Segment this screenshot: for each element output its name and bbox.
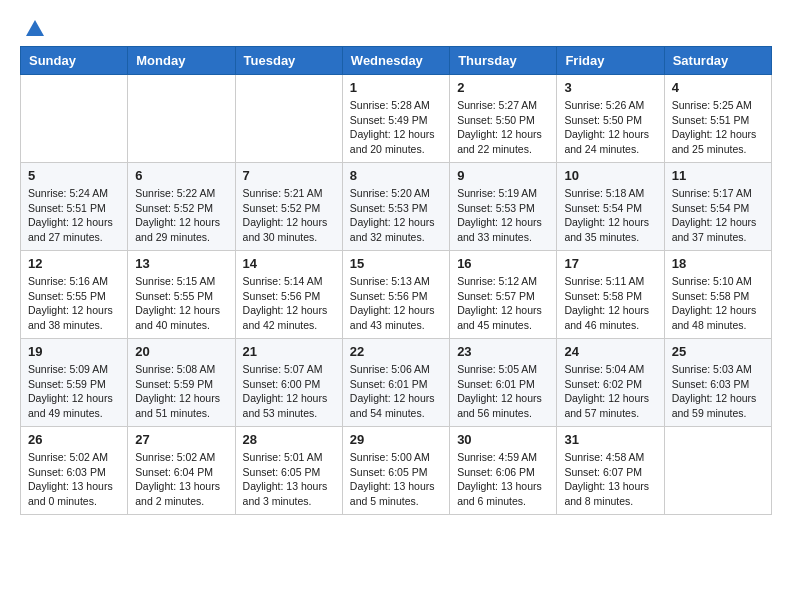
day-cell: 12Sunrise: 5:16 AM Sunset: 5:55 PM Dayli… (21, 251, 128, 339)
weekday-header-friday: Friday (557, 47, 664, 75)
day-info: Sunrise: 5:13 AM Sunset: 5:56 PM Dayligh… (350, 274, 442, 333)
page-header (20, 20, 772, 36)
day-cell: 2Sunrise: 5:27 AM Sunset: 5:50 PM Daylig… (450, 75, 557, 163)
day-info: Sunrise: 5:02 AM Sunset: 6:03 PM Dayligh… (28, 450, 120, 509)
day-info: Sunrise: 5:21 AM Sunset: 5:52 PM Dayligh… (243, 186, 335, 245)
day-number: 18 (672, 256, 764, 271)
day-number: 30 (457, 432, 549, 447)
day-number: 4 (672, 80, 764, 95)
day-cell: 10Sunrise: 5:18 AM Sunset: 5:54 PM Dayli… (557, 163, 664, 251)
day-number: 26 (28, 432, 120, 447)
day-number: 29 (350, 432, 442, 447)
day-info: Sunrise: 5:15 AM Sunset: 5:55 PM Dayligh… (135, 274, 227, 333)
weekday-header-tuesday: Tuesday (235, 47, 342, 75)
day-cell: 14Sunrise: 5:14 AM Sunset: 5:56 PM Dayli… (235, 251, 342, 339)
day-number: 31 (564, 432, 656, 447)
day-cell: 30Sunrise: 4:59 AM Sunset: 6:06 PM Dayli… (450, 427, 557, 515)
day-number: 15 (350, 256, 442, 271)
day-cell: 7Sunrise: 5:21 AM Sunset: 5:52 PM Daylig… (235, 163, 342, 251)
day-info: Sunrise: 5:09 AM Sunset: 5:59 PM Dayligh… (28, 362, 120, 421)
day-info: Sunrise: 5:20 AM Sunset: 5:53 PM Dayligh… (350, 186, 442, 245)
day-info: Sunrise: 5:18 AM Sunset: 5:54 PM Dayligh… (564, 186, 656, 245)
day-number: 11 (672, 168, 764, 183)
day-number: 3 (564, 80, 656, 95)
day-info: Sunrise: 5:06 AM Sunset: 6:01 PM Dayligh… (350, 362, 442, 421)
day-cell (235, 75, 342, 163)
logo (20, 20, 46, 36)
calendar-table: SundayMondayTuesdayWednesdayThursdayFrid… (20, 46, 772, 515)
day-cell: 13Sunrise: 5:15 AM Sunset: 5:55 PM Dayli… (128, 251, 235, 339)
day-info: Sunrise: 5:02 AM Sunset: 6:04 PM Dayligh… (135, 450, 227, 509)
day-cell: 23Sunrise: 5:05 AM Sunset: 6:01 PM Dayli… (450, 339, 557, 427)
day-number: 23 (457, 344, 549, 359)
week-row-3: 12Sunrise: 5:16 AM Sunset: 5:55 PM Dayli… (21, 251, 772, 339)
day-info: Sunrise: 5:11 AM Sunset: 5:58 PM Dayligh… (564, 274, 656, 333)
day-info: Sunrise: 5:01 AM Sunset: 6:05 PM Dayligh… (243, 450, 335, 509)
week-row-2: 5Sunrise: 5:24 AM Sunset: 5:51 PM Daylig… (21, 163, 772, 251)
day-info: Sunrise: 5:26 AM Sunset: 5:50 PM Dayligh… (564, 98, 656, 157)
day-number: 13 (135, 256, 227, 271)
day-cell: 4Sunrise: 5:25 AM Sunset: 5:51 PM Daylig… (664, 75, 771, 163)
day-cell: 27Sunrise: 5:02 AM Sunset: 6:04 PM Dayli… (128, 427, 235, 515)
day-info: Sunrise: 5:25 AM Sunset: 5:51 PM Dayligh… (672, 98, 764, 157)
day-info: Sunrise: 5:28 AM Sunset: 5:49 PM Dayligh… (350, 98, 442, 157)
day-cell: 15Sunrise: 5:13 AM Sunset: 5:56 PM Dayli… (342, 251, 449, 339)
day-cell: 9Sunrise: 5:19 AM Sunset: 5:53 PM Daylig… (450, 163, 557, 251)
day-number: 21 (243, 344, 335, 359)
day-cell: 21Sunrise: 5:07 AM Sunset: 6:00 PM Dayli… (235, 339, 342, 427)
day-cell: 1Sunrise: 5:28 AM Sunset: 5:49 PM Daylig… (342, 75, 449, 163)
day-cell: 31Sunrise: 4:58 AM Sunset: 6:07 PM Dayli… (557, 427, 664, 515)
day-number: 12 (28, 256, 120, 271)
day-cell: 19Sunrise: 5:09 AM Sunset: 5:59 PM Dayli… (21, 339, 128, 427)
day-cell: 22Sunrise: 5:06 AM Sunset: 6:01 PM Dayli… (342, 339, 449, 427)
day-number: 1 (350, 80, 442, 95)
logo-general (20, 20, 46, 40)
day-info: Sunrise: 5:00 AM Sunset: 6:05 PM Dayligh… (350, 450, 442, 509)
week-row-5: 26Sunrise: 5:02 AM Sunset: 6:03 PM Dayli… (21, 427, 772, 515)
day-info: Sunrise: 5:04 AM Sunset: 6:02 PM Dayligh… (564, 362, 656, 421)
day-info: Sunrise: 5:14 AM Sunset: 5:56 PM Dayligh… (243, 274, 335, 333)
day-number: 10 (564, 168, 656, 183)
day-number: 20 (135, 344, 227, 359)
day-info: Sunrise: 4:58 AM Sunset: 6:07 PM Dayligh… (564, 450, 656, 509)
weekday-header-sunday: Sunday (21, 47, 128, 75)
week-row-1: 1Sunrise: 5:28 AM Sunset: 5:49 PM Daylig… (21, 75, 772, 163)
day-cell: 28Sunrise: 5:01 AM Sunset: 6:05 PM Dayli… (235, 427, 342, 515)
weekday-header-monday: Monday (128, 47, 235, 75)
day-cell (21, 75, 128, 163)
day-info: Sunrise: 5:05 AM Sunset: 6:01 PM Dayligh… (457, 362, 549, 421)
day-number: 22 (350, 344, 442, 359)
calendar-body: 1Sunrise: 5:28 AM Sunset: 5:49 PM Daylig… (21, 75, 772, 515)
day-info: Sunrise: 5:19 AM Sunset: 5:53 PM Dayligh… (457, 186, 549, 245)
weekday-header-wednesday: Wednesday (342, 47, 449, 75)
weekday-header-thursday: Thursday (450, 47, 557, 75)
day-number: 17 (564, 256, 656, 271)
day-info: Sunrise: 4:59 AM Sunset: 6:06 PM Dayligh… (457, 450, 549, 509)
day-info: Sunrise: 5:08 AM Sunset: 5:59 PM Dayligh… (135, 362, 227, 421)
day-info: Sunrise: 5:03 AM Sunset: 6:03 PM Dayligh… (672, 362, 764, 421)
day-cell: 17Sunrise: 5:11 AM Sunset: 5:58 PM Dayli… (557, 251, 664, 339)
day-info: Sunrise: 5:07 AM Sunset: 6:00 PM Dayligh… (243, 362, 335, 421)
day-number: 7 (243, 168, 335, 183)
week-row-4: 19Sunrise: 5:09 AM Sunset: 5:59 PM Dayli… (21, 339, 772, 427)
day-cell: 5Sunrise: 5:24 AM Sunset: 5:51 PM Daylig… (21, 163, 128, 251)
day-cell (128, 75, 235, 163)
day-cell: 3Sunrise: 5:26 AM Sunset: 5:50 PM Daylig… (557, 75, 664, 163)
weekday-header-saturday: Saturday (664, 47, 771, 75)
day-cell: 25Sunrise: 5:03 AM Sunset: 6:03 PM Dayli… (664, 339, 771, 427)
day-info: Sunrise: 5:17 AM Sunset: 5:54 PM Dayligh… (672, 186, 764, 245)
day-cell: 8Sunrise: 5:20 AM Sunset: 5:53 PM Daylig… (342, 163, 449, 251)
day-number: 28 (243, 432, 335, 447)
day-info: Sunrise: 5:27 AM Sunset: 5:50 PM Dayligh… (457, 98, 549, 157)
day-info: Sunrise: 5:10 AM Sunset: 5:58 PM Dayligh… (672, 274, 764, 333)
day-info: Sunrise: 5:16 AM Sunset: 5:55 PM Dayligh… (28, 274, 120, 333)
day-cell (664, 427, 771, 515)
svg-marker-0 (26, 20, 44, 36)
day-cell: 26Sunrise: 5:02 AM Sunset: 6:03 PM Dayli… (21, 427, 128, 515)
day-cell: 24Sunrise: 5:04 AM Sunset: 6:02 PM Dayli… (557, 339, 664, 427)
day-number: 16 (457, 256, 549, 271)
day-number: 9 (457, 168, 549, 183)
day-cell: 11Sunrise: 5:17 AM Sunset: 5:54 PM Dayli… (664, 163, 771, 251)
weekday-header-row: SundayMondayTuesdayWednesdayThursdayFrid… (21, 47, 772, 75)
day-number: 24 (564, 344, 656, 359)
